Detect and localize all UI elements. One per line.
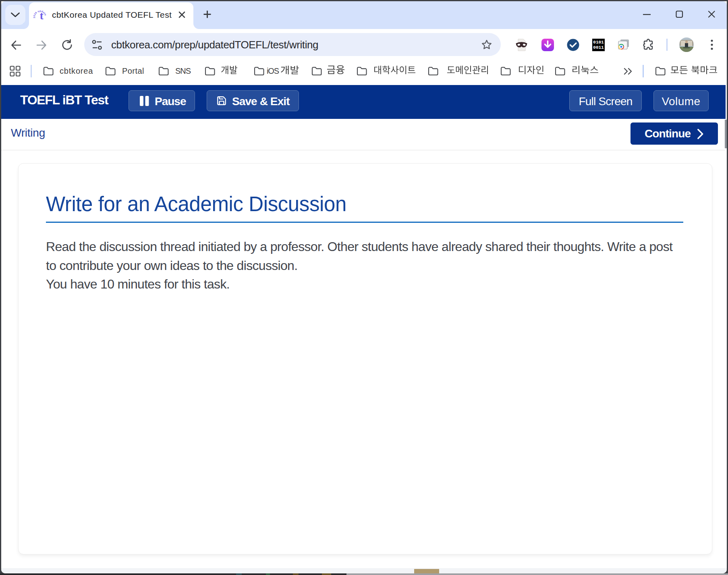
svg-text:t: t: [40, 10, 44, 21]
